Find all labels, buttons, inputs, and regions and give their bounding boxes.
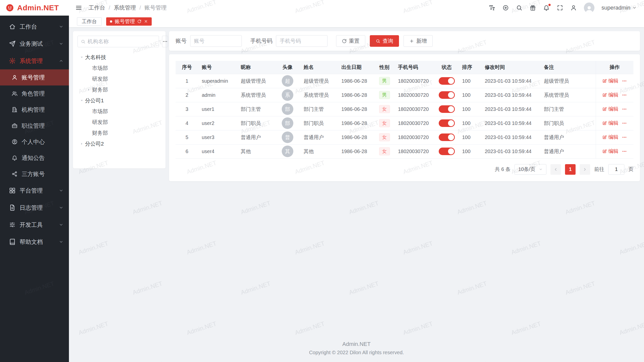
caret-right-icon[interactable] bbox=[78, 142, 85, 146]
caret-down-icon[interactable] bbox=[78, 99, 85, 102]
more-actions-icon[interactable] bbox=[622, 121, 627, 126]
status-toggle[interactable] bbox=[439, 148, 455, 155]
add-button[interactable]: 新增 bbox=[404, 35, 433, 47]
account-input[interactable] bbox=[190, 35, 242, 47]
breadcrumb-item[interactable]: 工作台 bbox=[89, 4, 105, 12]
next-page-button[interactable] bbox=[580, 164, 590, 175]
user-icon bbox=[12, 74, 18, 80]
tree-node[interactable]: 大名科技 bbox=[77, 52, 161, 63]
tree-node[interactable]: 财务部 bbox=[77, 84, 161, 95]
sidebar-item-platform-management[interactable]: 平台管理 bbox=[0, 182, 69, 199]
sidebar-item-notice[interactable]: 通知公告 bbox=[0, 150, 69, 166]
tab-workbench[interactable]: 工作台 bbox=[77, 17, 102, 26]
menu-collapse-icon[interactable] bbox=[75, 5, 82, 11]
caret-right-icon[interactable] bbox=[86, 88, 92, 92]
edit-button[interactable]: 编辑 bbox=[602, 77, 618, 84]
sidebar-item-business-test[interactable]: 业务测试 bbox=[0, 35, 69, 52]
chevron-down-icon bbox=[632, 6, 636, 10]
system-submenu: 账号管理 角色管理 机构管理 职位管理 个人中心 通知公告 bbox=[0, 69, 69, 182]
search-icon[interactable] bbox=[516, 5, 522, 11]
tree-node[interactable]: 研发部 bbox=[77, 73, 161, 84]
phone-input[interactable] bbox=[276, 35, 328, 47]
app-logo-icon bbox=[6, 4, 14, 12]
user-icon[interactable] bbox=[570, 5, 577, 11]
more-actions-icon[interactable] bbox=[622, 135, 627, 140]
breadcrumb-item[interactable]: 系统管理 bbox=[114, 4, 136, 12]
tree-node[interactable]: 市场部 bbox=[77, 63, 161, 73]
sidebar-item-dev-tools[interactable]: 开发工具 bbox=[0, 216, 69, 233]
row-avatar: 其 bbox=[282, 146, 293, 157]
filter-bar: 账号 手机号码 重置 查询 新增 bbox=[169, 31, 640, 51]
tree-node[interactable]: 分公司2 bbox=[77, 138, 161, 149]
status-toggle[interactable] bbox=[439, 133, 455, 141]
refresh-icon[interactable] bbox=[137, 19, 141, 23]
book-icon bbox=[9, 239, 16, 245]
chevron-down-icon bbox=[59, 222, 63, 227]
briefcase-icon bbox=[12, 123, 18, 129]
edit-button[interactable]: 编辑 bbox=[602, 148, 618, 155]
current-page-button[interactable]: 1 bbox=[565, 164, 576, 175]
app-logo[interactable]: Admin.NET bbox=[0, 0, 69, 16]
tree-node[interactable]: 财务部 bbox=[77, 127, 161, 138]
sidebar-item-role-management[interactable]: 角色管理 bbox=[0, 85, 69, 102]
pagination: 共 6 条 10条/页 1 前往 页 bbox=[176, 164, 633, 175]
caret-down-icon[interactable] bbox=[78, 56, 85, 59]
sidebar-item-log-management[interactable]: 日志管理 bbox=[0, 199, 69, 216]
sidebar-item-system-management[interactable]: 系统管理 bbox=[0, 52, 69, 69]
tree-node[interactable]: 分公司1 bbox=[77, 95, 161, 106]
chevron-down-icon bbox=[59, 41, 63, 46]
fullscreen-icon[interactable] bbox=[557, 5, 563, 11]
table-row: 1 superadmin 超级管理员 超 超级管理员 1986-06-28 男 … bbox=[176, 74, 633, 88]
font-size-icon[interactable] bbox=[489, 5, 495, 11]
active-dot bbox=[110, 20, 112, 23]
tab-account-management[interactable]: 账号管理 bbox=[106, 17, 152, 26]
prev-page-button[interactable] bbox=[550, 164, 561, 175]
notification-bell-icon[interactable] bbox=[543, 5, 550, 11]
more-actions-icon[interactable] bbox=[622, 78, 627, 83]
send-icon bbox=[9, 40, 16, 47]
more-actions-icon[interactable] bbox=[622, 149, 627, 154]
sidebar-item-workbench[interactable]: 工作台 bbox=[0, 18, 69, 35]
more-actions-icon[interactable] bbox=[622, 107, 627, 112]
more-actions-icon[interactable] bbox=[622, 93, 627, 98]
row-avatar: 普 bbox=[282, 131, 293, 143]
app-title: Admin.NET bbox=[17, 4, 59, 12]
theme-icon[interactable] bbox=[502, 5, 509, 11]
user-avatar[interactable] bbox=[584, 3, 594, 13]
query-button[interactable]: 查询 bbox=[370, 35, 399, 47]
sidebar-item-org-management[interactable]: 机构管理 bbox=[0, 102, 69, 118]
org-tree-panel: 大名科技 市场部 研发部 财务部 分公司1 市场部 研发部 财务部 分公司2 bbox=[73, 31, 166, 168]
org-more-button[interactable] bbox=[162, 36, 168, 47]
page-size-select[interactable]: 10条/页 bbox=[514, 164, 546, 175]
sidebar-item-account-management[interactable]: 账号管理 bbox=[0, 69, 69, 85]
reset-button[interactable]: 重置 bbox=[336, 35, 365, 47]
edit-button[interactable]: 编辑 bbox=[602, 92, 618, 98]
goto-label: 前往 bbox=[594, 166, 604, 173]
sidebar-menu: 工作台 业务测试 系统管理 账号管理 角色管理 机构管理 bbox=[0, 16, 69, 250]
user-menu[interactable]: superadmin bbox=[601, 5, 636, 11]
goto-page-input[interactable] bbox=[608, 164, 624, 175]
sidebar-item-position-management[interactable]: 职位管理 bbox=[0, 118, 69, 134]
sidebar: Admin.NET 工作台 业务测试 系统管理 账号管理 角色管理 bbox=[0, 0, 69, 362]
status-toggle[interactable] bbox=[439, 91, 455, 99]
account-table: 序号 账号 昵称 头像 姓名 出生日期 性别 手机号码 状态 排序 修改时间 备… bbox=[176, 61, 633, 159]
close-icon[interactable] bbox=[144, 19, 148, 23]
edit-button[interactable]: 编辑 bbox=[602, 134, 618, 141]
tree-node[interactable]: 研发部 bbox=[77, 117, 161, 127]
sidebar-item-third-party-account[interactable]: 三方账号 bbox=[0, 166, 69, 182]
footer-title: Admin.NET bbox=[69, 341, 644, 347]
tree-node[interactable]: 市场部 bbox=[77, 106, 161, 117]
status-toggle[interactable] bbox=[439, 77, 455, 85]
status-toggle[interactable] bbox=[439, 119, 455, 127]
users-icon bbox=[12, 90, 18, 97]
status-toggle[interactable] bbox=[439, 105, 455, 113]
edit-button[interactable]: 编辑 bbox=[602, 106, 618, 112]
edit-button[interactable]: 编辑 bbox=[602, 120, 618, 126]
gift-icon[interactable] bbox=[530, 5, 536, 11]
org-search-input[interactable] bbox=[88, 38, 156, 44]
sidebar-item-help-docs[interactable]: 帮助文档 bbox=[0, 233, 69, 250]
chevron-down-icon bbox=[59, 240, 63, 244]
content-area: 大名科技 市场部 研发部 财务部 分公司1 市场部 研发部 财务部 分公司2 账… bbox=[69, 27, 644, 336]
sidebar-item-personal-center[interactable]: 个人中心 bbox=[0, 134, 69, 150]
top-header: 工作台 / 系统管理 / 账号管理 superadmin bbox=[69, 0, 644, 16]
